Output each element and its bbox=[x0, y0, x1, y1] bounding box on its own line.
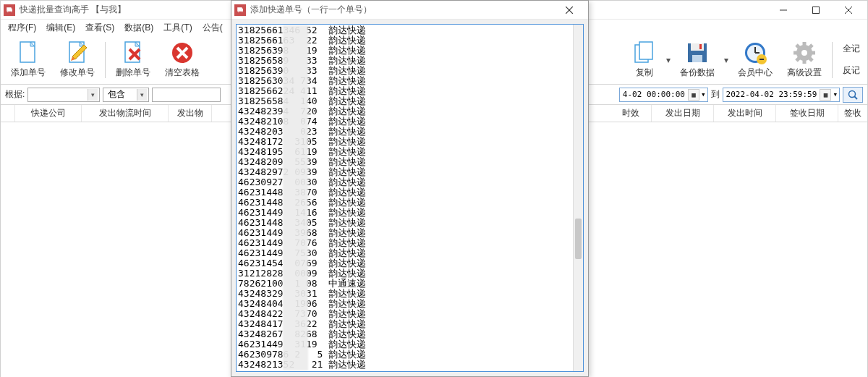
svg-line-38 bbox=[796, 58, 799, 61]
gear-icon bbox=[792, 41, 817, 65]
filter-label: 根据: bbox=[5, 88, 25, 101]
svg-line-37 bbox=[809, 45, 812, 48]
member-label: 会员中心 bbox=[738, 67, 773, 79]
delete-doc-icon bbox=[121, 41, 145, 65]
menu-notice[interactable]: 公告( bbox=[198, 20, 227, 35]
copy-label: 复制 bbox=[636, 67, 653, 79]
edit-button[interactable]: 修改单号 bbox=[53, 37, 102, 83]
settings-label: 高级设置 bbox=[787, 67, 822, 79]
svg-rect-18 bbox=[639, 42, 652, 59]
copy-icon bbox=[632, 41, 657, 65]
chevron-down-icon[interactable]: ▾ bbox=[833, 90, 838, 99]
col-duration[interactable]: 时效 bbox=[610, 105, 652, 122]
backup-button[interactable]: 备份数据 bbox=[673, 37, 722, 83]
date-from-text: 4-02 00:00:00 bbox=[623, 90, 685, 99]
svg-rect-28 bbox=[760, 59, 764, 60]
svg-line-35 bbox=[796, 45, 799, 48]
menu-program[interactable]: 程序(F) bbox=[4, 20, 41, 35]
toolbar-divider bbox=[105, 42, 106, 78]
svg-rect-1 bbox=[812, 7, 819, 13]
chevron-down-icon[interactable]: ▾ bbox=[701, 90, 706, 99]
col-sign-date[interactable]: 签收日期 bbox=[776, 105, 838, 122]
edit-label: 修改单号 bbox=[60, 67, 95, 79]
toolbar-side: 全记 反记 bbox=[838, 38, 864, 82]
toolbar-divider-2 bbox=[832, 42, 833, 78]
to-label: 到 bbox=[711, 88, 720, 101]
invert-select-button[interactable]: 反记 bbox=[838, 63, 864, 78]
filter-field-combo[interactable]: ▾ bbox=[27, 88, 100, 102]
blurred-region bbox=[283, 25, 308, 370]
col-ship-time[interactable]: 发出物流时间 bbox=[82, 105, 169, 122]
add-button[interactable]: 添加单号 bbox=[4, 37, 53, 83]
dialog-title: 添加快递单号（一行一个单号） bbox=[250, 4, 553, 16]
copy-dropdown[interactable]: ▾ bbox=[664, 37, 673, 83]
delete-label: 删除单号 bbox=[116, 67, 150, 79]
backup-label: 备份数据 bbox=[680, 67, 715, 79]
svg-rect-21 bbox=[692, 55, 702, 62]
date-to-text: 2022-04-02 23:59:59 bbox=[726, 90, 817, 99]
menu-data[interactable]: 数据(B) bbox=[120, 20, 158, 35]
clear-button[interactable]: 清空表格 bbox=[158, 37, 207, 83]
member-button[interactable]: 会员中心 bbox=[731, 37, 780, 83]
svg-line-40 bbox=[854, 96, 857, 99]
dialog-controls bbox=[553, 1, 585, 20]
calendar-icon[interactable]: ▦ bbox=[820, 89, 831, 101]
tracking-textarea[interactable]: 31825661346 52 韵达快递 3182566163 22 韵达快递 3… bbox=[236, 24, 584, 372]
svg-rect-20 bbox=[691, 43, 704, 51]
settings-button[interactable]: 高级设置 bbox=[780, 37, 829, 83]
save-icon bbox=[685, 41, 710, 65]
clear-label: 清空表格 bbox=[165, 67, 200, 79]
close-button[interactable] bbox=[832, 1, 864, 20]
menu-tools[interactable]: 工具(T) bbox=[159, 20, 196, 35]
add-doc-icon bbox=[16, 41, 41, 65]
window-controls bbox=[767, 1, 864, 20]
filter-op-value: 包含 bbox=[105, 88, 137, 101]
vertical-scrollbar[interactable] bbox=[573, 25, 583, 371]
chevron-down-icon: ▾ bbox=[137, 89, 147, 101]
add-label: 添加单号 bbox=[11, 67, 46, 79]
filter-op-combo[interactable]: 包含 ▾ bbox=[103, 88, 149, 102]
svg-rect-22 bbox=[699, 44, 702, 49]
date-to-input[interactable]: 2022-04-02 23:59:59 ▦ ▾ bbox=[723, 88, 840, 102]
col-send-time[interactable]: 发出时间 bbox=[714, 105, 776, 122]
edit-doc-icon bbox=[65, 41, 90, 65]
chevron-down-icon: ▾ bbox=[88, 89, 98, 101]
search-button[interactable] bbox=[843, 87, 863, 103]
date-from-input[interactable]: 4-02 00:00:00 ▦ ▾ bbox=[619, 88, 708, 102]
col-company[interactable]: 快递公司 bbox=[15, 105, 82, 122]
clear-icon bbox=[170, 41, 195, 65]
col-send-date[interactable]: 发出日期 bbox=[652, 105, 714, 122]
minimize-button[interactable] bbox=[767, 1, 799, 20]
svg-line-36 bbox=[809, 58, 812, 61]
row-selector-col bbox=[1, 105, 15, 122]
copy-button[interactable]: 复制 bbox=[625, 37, 664, 83]
select-all-button[interactable]: 全记 bbox=[838, 41, 864, 56]
scrollbar-thumb[interactable] bbox=[575, 219, 582, 259]
filter-value-input[interactable] bbox=[152, 88, 221, 102]
delete-button[interactable]: 删除单号 bbox=[109, 37, 158, 83]
menu-edit[interactable]: 编辑(E) bbox=[42, 20, 80, 35]
search-icon bbox=[848, 90, 858, 100]
app-icon: ⛟ bbox=[4, 4, 15, 16]
backup-dropdown[interactable]: ▾ bbox=[722, 37, 731, 83]
col-sign[interactable]: 签收 bbox=[838, 105, 867, 122]
calendar-icon[interactable]: ▦ bbox=[688, 89, 699, 101]
clock-icon bbox=[743, 41, 767, 65]
menu-view[interactable]: 查看(S) bbox=[81, 20, 119, 35]
svg-point-30 bbox=[801, 50, 807, 56]
col-ship-detail[interactable]: 发出物 bbox=[169, 105, 212, 122]
dialog-titlebar: ⛟ 添加快递单号（一行一个单号） bbox=[231, 1, 588, 20]
dialog-icon: ⛟ bbox=[234, 4, 246, 16]
dialog-body: 31825661346 52 韵达快递 3182566163 22 韵达快递 3… bbox=[231, 20, 588, 376]
dialog-close-button[interactable] bbox=[553, 1, 585, 20]
maximize-button[interactable] bbox=[799, 1, 832, 20]
add-tracking-dialog: ⛟ 添加快递单号（一行一个单号） 31825661346 52 韵达快递 318… bbox=[231, 0, 589, 377]
